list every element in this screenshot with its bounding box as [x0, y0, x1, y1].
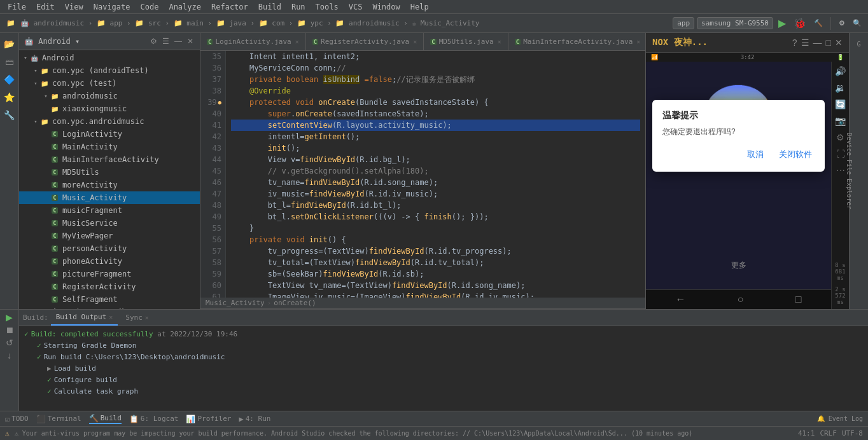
debug-button[interactable]: 🐞	[791, 16, 809, 31]
nox-volume-down-icon[interactable]: 🔉	[833, 81, 848, 95]
sync-tab[interactable]: Sync ✕	[120, 310, 154, 326]
tree-item-com-ypc-test[interactable]: ▾ 📁 com.ypc (test)	[19, 77, 200, 90]
tree-item-moreActivity[interactable]: C moreActivity	[19, 179, 200, 191]
panel-layout-btn[interactable]: ☰	[161, 36, 171, 47]
nox-maximize-btn[interactable]: □	[826, 38, 831, 48]
menu-file[interactable]: File	[3, 0, 31, 13]
panel-minimize-btn[interactable]: ✕	[186, 36, 195, 47]
nox-volume-up-icon[interactable]: 🔊	[833, 64, 848, 78]
status-position[interactable]: 41:1	[798, 429, 815, 437]
bc-oncreate[interactable]: onCreate()	[274, 299, 316, 307]
sync-close[interactable]: ✕	[145, 314, 149, 321]
menu-window[interactable]: Window	[367, 0, 405, 13]
build-tool[interactable]: 🔨 Build	[89, 414, 122, 424]
nox-screenshot-icon[interactable]: 📷	[833, 114, 848, 128]
nox-recents-btn[interactable]: □	[795, 294, 802, 305]
tab-MD5Utils[interactable]: C MD5Utils.java ✕	[424, 33, 508, 50]
build-button[interactable]: 🔨	[811, 18, 825, 29]
panel-settings-btn[interactable]: ⚙	[149, 36, 158, 47]
nox-settings-icon[interactable]: ⚙	[834, 130, 846, 144]
favorites-icon[interactable]: ⭐	[1, 89, 18, 106]
search-button[interactable]: 🔍	[850, 18, 864, 29]
gradle-icon[interactable]: G	[851, 36, 867, 52]
menu-navigate[interactable]: Navigate	[88, 0, 136, 13]
run-button[interactable]: ▶	[776, 16, 788, 31]
nox-help-btn[interactable]: ?	[792, 38, 797, 48]
panel-close-btn[interactable]: —	[173, 36, 183, 47]
nox-home-btn[interactable]: ○	[738, 294, 744, 305]
nox-rotate-icon[interactable]: 🔄	[833, 97, 848, 111]
tree-item-LoginActivity[interactable]: C LoginActivity	[19, 128, 200, 141]
terminal-tool[interactable]: ⬛ Terminal	[36, 415, 81, 423]
tree-item-personActivity[interactable]: C personActivity	[19, 242, 200, 255]
menu-code[interactable]: Code	[136, 0, 164, 13]
build-output-close[interactable]: ✕	[109, 313, 113, 320]
event-log[interactable]: 🔔 Event Log	[817, 415, 863, 422]
menu-build[interactable]: Build	[253, 0, 286, 13]
dialog-confirm-btn[interactable]: 关闭软件	[776, 148, 815, 162]
build-stop-icon[interactable]: ⏹	[5, 325, 14, 335]
tree-item-SelfFragment[interactable]: C SelfFragment	[19, 293, 200, 306]
build-variants-icon[interactable]: 🔧	[1, 107, 18, 123]
tree-item-xiaoxiongmusic[interactable]: 📁 xiaoxiongmusic	[19, 102, 200, 115]
tree-item-android[interactable]: ▾ 🤖 Android	[19, 52, 200, 64]
tab-LoginActivity[interactable]: C LoginActivity.java ✕	[200, 33, 306, 50]
nox-back-btn[interactable]: ←	[676, 294, 686, 305]
build-output-tab[interactable]: Build Output ✕	[51, 310, 118, 326]
tab-RegisterActivity[interactable]: C RegisterActivity.java ✕	[306, 33, 424, 50]
tab-close-btn[interactable]: ✕	[295, 38, 299, 45]
build-run-icon[interactable]: ▶	[6, 312, 13, 322]
tree-item-androidmusic[interactable]: ▾ 📁 androidmusic	[19, 90, 200, 102]
device-selector[interactable]: samsung SM-G9550	[697, 17, 773, 29]
build-scroll-icon[interactable]: ↓	[7, 350, 11, 361]
tree-item-com-ypc-androidmusic[interactable]: ▾ 📁 com.ypc.androidmusic	[19, 115, 200, 128]
tree-item-com-ypc-androidtest[interactable]: ▾ 📁 com.ypc (androidTest)	[19, 64, 200, 77]
tab-MainInterfaceActivity[interactable]: C MainInterfaceActivity.java ✕	[508, 33, 645, 50]
menu-analyze[interactable]: Analyze	[164, 0, 206, 13]
project-view-icon[interactable]: 📂	[1, 36, 18, 52]
settings-button[interactable]: ⚙	[836, 18, 848, 29]
tab-close-btn[interactable]: ✕	[413, 38, 417, 45]
menu-view[interactable]: View	[60, 0, 88, 13]
tree-item-phoneActivity[interactable]: C phoneActivity	[19, 255, 200, 268]
nox-minimize-btn[interactable]: —	[813, 38, 822, 48]
menu-vcs[interactable]: VCS	[344, 0, 368, 13]
code-content[interactable]: Intent intent1, intent2; MyServiceConn c…	[226, 51, 645, 298]
code-editor[interactable]: 35 36 37 38 39● 40 41 42 43 44 45 46 47 …	[200, 51, 645, 298]
tree-item-MainActivity[interactable]: C MainActivity	[19, 141, 200, 153]
resource-manager-icon[interactable]: 🗃	[1, 53, 18, 70]
app-dropdown[interactable]: app	[673, 17, 694, 29]
tree-item-musicFragment[interactable]: C musicFragment	[19, 204, 200, 217]
tree-item-MyViewPager[interactable]: C MyViewPager	[19, 230, 200, 242]
dialog-cancel-btn[interactable]: 取消	[745, 148, 766, 162]
menu-refactor[interactable]: Refactor	[206, 0, 253, 13]
tree-item-MD5Utils[interactable]: C MD5Utils	[19, 166, 200, 179]
tree-item-RegisterActivity[interactable]: C RegisterActivity	[19, 280, 200, 293]
bc-music-activity[interactable]: Music_Activity	[206, 299, 265, 307]
menu-help[interactable]: Help	[405, 0, 434, 13]
tree-item-MusicActivity[interactable]: C Music_Activity	[19, 191, 200, 204]
status-charset[interactable]: UTF-8	[842, 429, 863, 437]
nox-fullscreen-icon[interactable]: ⛶	[834, 147, 847, 161]
tree-item-pictureFragment[interactable]: C pictureFragment	[19, 268, 200, 280]
logcat-tool[interactable]: 📋 6: Logcat	[129, 415, 179, 423]
status-crlf[interactable]: CRLF	[820, 429, 837, 437]
tab-close-btn[interactable]: ✕	[636, 38, 640, 45]
menu-tools[interactable]: Tools	[311, 0, 344, 13]
device-file-explorer-label[interactable]: Device File Explorer	[845, 133, 852, 209]
tree-item-MainInterfaceActivity[interactable]: C MainInterfaceActivity	[19, 153, 200, 166]
menu-run[interactable]: Run	[286, 0, 311, 13]
toolbar-project-icon[interactable]: 📁	[4, 18, 18, 29]
tab-close-btn[interactable]: ✕	[498, 38, 501, 45]
structure-icon[interactable]: 🔷	[1, 71, 18, 88]
profiler-tool[interactable]: 📊 Profiler	[186, 415, 231, 423]
nox-menu-btn[interactable]: ☰	[801, 38, 809, 48]
nox-close-btn[interactable]: ✕	[835, 38, 843, 48]
tree-item-MusicService[interactable]: C MusicService	[19, 217, 200, 230]
build-restart-icon[interactable]: ↺	[6, 338, 13, 348]
todo-tool[interactable]: ☑ TODO	[5, 415, 29, 423]
menu-edit[interactable]: Edit	[31, 0, 60, 13]
android-dropdown[interactable]: 🤖 Android ▾	[24, 37, 80, 46]
run-tool[interactable]: ▶ 4: Run	[239, 415, 270, 423]
nox-more-icon[interactable]: ⋯	[834, 163, 847, 177]
